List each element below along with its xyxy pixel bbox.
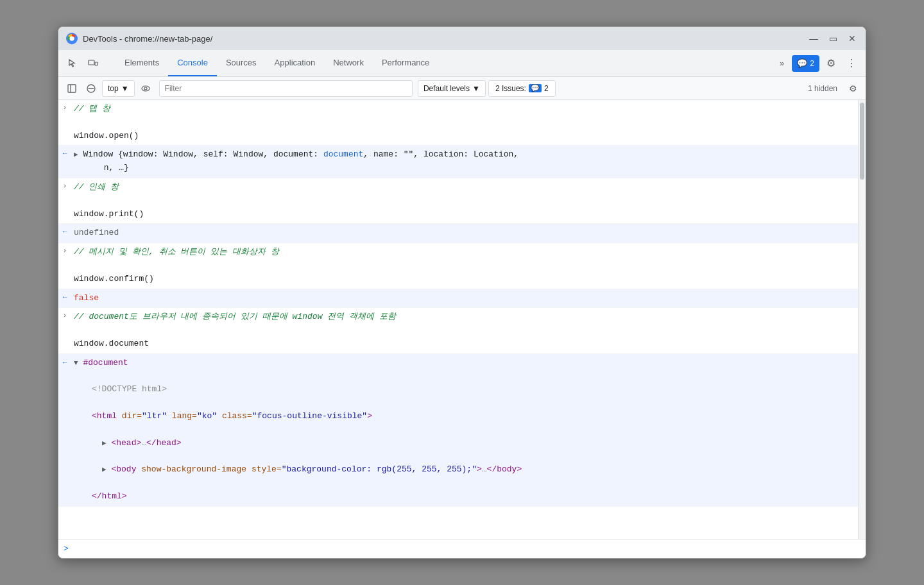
console-entry-3: › // 인쇄 창 window.print() xyxy=(58,178,858,224)
issues-tab-button[interactable]: 💬 2 xyxy=(792,55,819,72)
console-entry-2: ← ▶ Window {window: Window, self: Window… xyxy=(58,146,858,178)
side-panel-icon xyxy=(67,84,76,93)
tab-application[interactable]: Application xyxy=(266,50,325,76)
window-controls: — ▭ ✕ xyxy=(808,33,858,44)
console-bottom-spacer xyxy=(58,507,858,526)
devtools-window: DevTools - chrome://new-tab-page/ — ▭ ✕ xyxy=(58,26,866,559)
console-prompt: > xyxy=(64,544,69,554)
tab-sources[interactable]: Sources xyxy=(217,50,266,76)
console-entry-4: ← undefined xyxy=(58,224,858,243)
entry-content-1: // 탭 창 window.open() xyxy=(71,103,858,142)
comment-line-3: // 인쇄 창 xyxy=(74,181,855,194)
body-collapsed-line[interactable]: ▶ <body show-background-image style="bac… xyxy=(74,463,855,477)
html-tag-line[interactable]: <html dir="ltr" lang="ko" class="focus-o… xyxy=(74,410,855,423)
console-content: › // 탭 창 window.open() ← ▶ Window {windo… xyxy=(58,100,866,539)
entry-output-arrow-8: ← xyxy=(58,357,71,366)
clear-console-button[interactable] xyxy=(64,80,80,97)
entry-content-7: // document도 브라우저 내에 종속되어 있기 때문에 window … xyxy=(71,310,858,350)
eye-button[interactable] xyxy=(137,80,154,97)
head-collapsed-line[interactable]: ▶ <head>…</head> xyxy=(74,437,855,450)
levels-arrow-icon: ▼ xyxy=(472,84,480,93)
title-bar: DevTools - chrome://new-tab-page/ — ▭ ✕ xyxy=(58,27,866,50)
tab-elements[interactable]: Elements xyxy=(116,50,168,76)
html-close-line: </html> xyxy=(74,490,855,504)
minimize-button[interactable]: — xyxy=(808,33,819,44)
undefined-output: undefined xyxy=(74,226,855,240)
code-line-7: window.document xyxy=(74,337,855,351)
tab-bar-left-icons xyxy=(64,50,110,76)
console-input-bar: > xyxy=(58,539,866,558)
context-dropdown[interactable]: top ▼ xyxy=(102,80,135,97)
console-entry-1: › // 탭 창 window.open() xyxy=(58,100,858,146)
entry-content-4: undefined xyxy=(71,226,858,240)
maximize-button[interactable]: ▭ xyxy=(827,33,839,44)
device-icon xyxy=(88,58,98,69)
entry-content-6: false xyxy=(71,292,858,305)
entry-output-arrow-4: ← xyxy=(58,226,71,240)
block-icon xyxy=(87,84,96,93)
tab-performance[interactable]: Performance xyxy=(373,50,438,76)
console-scrollbar[interactable] xyxy=(858,100,866,539)
entry-expand-arrow-3[interactable]: › xyxy=(58,181,71,221)
comment-line-1: // 탭 창 xyxy=(74,103,855,116)
default-levels-dropdown[interactable]: Default levels ▼ xyxy=(418,80,486,97)
hidden-count: 1 hidden xyxy=(803,84,843,93)
console-messages: › // 탭 창 window.open() ← ▶ Window {windo… xyxy=(58,100,858,539)
entry-content-2: ▶ Window {window: Window, self: Window, … xyxy=(71,148,858,175)
window-output-line[interactable]: ▶ Window {window: Window, self: Window, … xyxy=(74,148,855,175)
issues-icon: 💬 xyxy=(529,84,542,92)
inspect-element-button[interactable] xyxy=(64,55,81,72)
tab-bar: Elements Console Sources Application Net… xyxy=(58,50,866,77)
entry-content-5: // 메시지 및 확인, 취소 버튼이 있는 대화상자 창 window.con… xyxy=(71,246,858,285)
console-toolbar: top ▼ Default levels ▼ 2 Issues: 💬 2 1 h… xyxy=(58,77,866,100)
svg-rect-5 xyxy=(68,85,76,92)
cursor-icon xyxy=(67,58,78,69)
chrome-icon xyxy=(66,33,78,44)
dom-root-line[interactable]: ▼ #document xyxy=(74,357,855,370)
settings-button[interactable]: ⚙ xyxy=(822,55,840,72)
tab-network[interactable]: Network xyxy=(324,50,373,76)
comment-line-5: // 메시지 및 확인, 취소 버튼이 있는 대화상자 창 xyxy=(74,246,855,259)
console-entry-6: ← false xyxy=(58,289,858,309)
console-entry-8: ← ▼ #document <!DOCTYPE html> <html dir=… xyxy=(58,354,858,507)
entry-content-3: // 인쇄 창 window.print() xyxy=(71,181,858,221)
svg-point-2 xyxy=(70,37,74,41)
false-output: false xyxy=(74,292,855,305)
comment-line-7: // document도 브라우저 내에 종속되어 있기 때문에 window … xyxy=(74,310,855,324)
entry-content-8: ▼ #document <!DOCTYPE html> <html dir="l… xyxy=(71,357,858,504)
svg-point-9 xyxy=(142,86,150,91)
entry-expand-arrow-5[interactable]: › xyxy=(58,246,71,285)
dropdown-arrow-icon: ▼ xyxy=(121,84,129,93)
close-button[interactable]: ✕ xyxy=(846,33,858,44)
tab-console[interactable]: Console xyxy=(168,50,217,76)
entry-expand-arrow-7[interactable]: › xyxy=(58,310,71,350)
tab-bar-right: » 💬 2 ⚙ ⋮ xyxy=(774,50,860,76)
svg-rect-3 xyxy=(89,60,94,65)
eye-icon xyxy=(141,84,150,93)
entry-expand-arrow-1[interactable]: › xyxy=(58,103,71,142)
issues-button[interactable]: 2 Issues: 💬 2 xyxy=(488,80,556,97)
more-tabs-button[interactable]: » xyxy=(774,55,789,72)
svg-rect-4 xyxy=(95,62,98,65)
entry-output-arrow-2: ← xyxy=(58,148,71,175)
svg-point-10 xyxy=(144,87,147,90)
issues-tab-icon: 💬 xyxy=(797,58,807,68)
no-entry-button[interactable] xyxy=(83,80,99,97)
code-line-5: window.confirm() xyxy=(74,273,855,286)
filter-input[interactable] xyxy=(159,80,413,97)
console-settings-button[interactable]: ⚙ xyxy=(845,81,860,96)
window-title: DevTools - chrome://new-tab-page/ xyxy=(83,34,808,44)
device-toolbar-button[interactable] xyxy=(84,55,102,72)
code-line-3: window.print() xyxy=(74,208,855,221)
more-options-button[interactable]: ⋮ xyxy=(843,55,860,72)
code-line-1: window.open() xyxy=(74,130,855,143)
doctype-line: <!DOCTYPE html> xyxy=(74,383,855,396)
console-entry-5: › // 메시지 및 확인, 취소 버튼이 있는 대화상자 창 window.c… xyxy=(58,243,858,289)
console-entry-7: › // document도 브라우저 내에 종속되어 있기 때문에 windo… xyxy=(58,308,858,353)
console-input[interactable] xyxy=(73,544,860,554)
entry-output-arrow-6: ← xyxy=(58,292,71,305)
scrollbar-thumb[interactable] xyxy=(860,103,864,180)
